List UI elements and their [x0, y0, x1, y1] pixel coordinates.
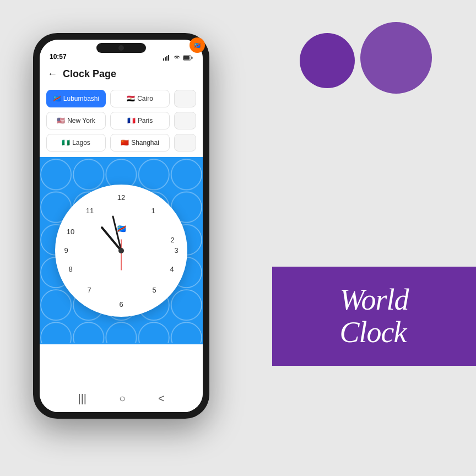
wifi-icon [173, 55, 181, 61]
world-clock-text: World Clock [339, 284, 408, 349]
lubumbashi-flag: 🇨🇩 [53, 95, 61, 102]
svg-point-24 [118, 248, 124, 253]
battery-icon [183, 55, 193, 61]
decorative-circle-2 [360, 22, 432, 94]
clock-face-container: 🇨🇩 12 1 2 3 4 [55, 185, 187, 317]
svg-text:10: 10 [67, 228, 74, 236]
city-button-lubumbashi[interactable]: 🇨🇩 Lubumbashi [46, 90, 106, 107]
city-button-paris[interactable]: 🇫🇷 Paris [110, 112, 170, 129]
clock-numbers-svg: 12 1 2 3 4 5 6 [55, 185, 187, 317]
decorative-circle-1 [300, 33, 355, 88]
city-button-cairo[interactable]: 🇪🇬 Cairo [110, 90, 170, 107]
city-button-partial-3[interactable] [174, 134, 196, 152]
svg-text:5: 5 [152, 286, 156, 294]
svg-text:6: 6 [119, 300, 123, 309]
svg-text:4: 4 [170, 265, 174, 273]
city-button-shanghai[interactable]: 🇨🇳 Shanghai [110, 134, 170, 152]
svg-rect-3 [168, 55, 169, 61]
phone-screen: 10:57 [40, 40, 203, 412]
svg-text:7: 7 [87, 286, 91, 294]
city-button-newyork[interactable]: 🇺🇸 New York [46, 112, 106, 129]
app-title: Clock Page [63, 68, 116, 80]
svg-text:1: 1 [151, 207, 155, 215]
clock-area: 🇨🇩 12 1 2 3 4 [40, 157, 203, 344]
phone-body: 🇨🇩 10:57 [33, 33, 209, 419]
city-button-partial-2[interactable] [174, 112, 196, 129]
world-clock-banner: World Clock [272, 267, 476, 366]
phone-camera [118, 45, 124, 51]
nav-back-icon[interactable]: < [158, 392, 165, 405]
shanghai-flag: 🇨🇳 [121, 139, 129, 147]
app-header: ← Clock Page [40, 64, 203, 84]
signal-icon [163, 55, 171, 61]
svg-text:9: 9 [64, 246, 68, 255]
svg-rect-0 [163, 58, 164, 61]
svg-rect-1 [165, 57, 166, 61]
newyork-flag: 🇺🇸 [57, 117, 65, 125]
clock-face: 🇨🇩 12 1 2 3 4 [55, 185, 187, 317]
bottom-navigation: ||| ○ < [40, 385, 203, 412]
status-time: 10:57 [50, 53, 67, 61]
svg-rect-6 [192, 57, 193, 59]
svg-rect-5 [183, 56, 190, 60]
svg-text:11: 11 [86, 207, 94, 215]
city-grid: 🇨🇩 Lubumbashi 🇪🇬 Cairo 🇺🇸 New York 🇫🇷 Pa… [40, 84, 203, 157]
city-button-partial-1[interactable] [174, 90, 196, 107]
nav-menu-icon[interactable]: ||| [78, 392, 86, 405]
svg-text:8: 8 [68, 265, 72, 273]
city-button-lagos[interactable]: 🇳🇬 Lagos [46, 134, 106, 152]
svg-text:12: 12 [117, 193, 125, 202]
clock-flag: 🇨🇩 [117, 224, 126, 233]
paris-flag: 🇫🇷 [127, 117, 136, 125]
svg-text:3: 3 [174, 246, 178, 255]
cairo-flag: 🇪🇬 [127, 95, 135, 102]
svg-text:2: 2 [170, 236, 174, 244]
status-icons [163, 55, 193, 61]
nav-home-icon[interactable]: ○ [119, 392, 126, 405]
app-badge: 🇨🇩 [190, 37, 205, 53]
back-button[interactable]: ← [47, 68, 57, 80]
lagos-flag: 🇳🇬 [62, 139, 70, 147]
svg-rect-2 [166, 56, 167, 61]
phone-device: 🇨🇩 10:57 [33, 33, 209, 419]
